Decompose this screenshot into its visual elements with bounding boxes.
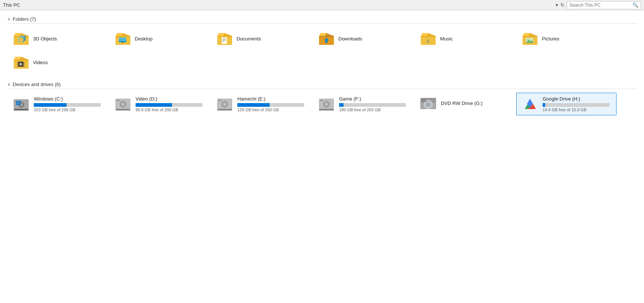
svg-rect-59: [14, 109, 29, 111]
title-bar-left: This PC: [3, 2, 20, 8]
drive-bar-fill-d: [136, 103, 172, 107]
folder-item-documents[interactable]: A Documents: [211, 27, 311, 50]
svg-rect-52: [23, 66, 25, 66]
refresh-icon[interactable]: ↻: [560, 2, 565, 8]
gdrive-icon-h: [521, 96, 539, 112]
folder-item-music[interactable]: ♪ Music: [414, 27, 515, 50]
folder-item-desktop[interactable]: Desktop: [109, 27, 209, 50]
svg-rect-51: [23, 65, 25, 66]
drive-free-c: 153 GB free of 299 GB: [34, 108, 103, 112]
videos-folder-icon: [12, 55, 30, 70]
dropdown-icon[interactable]: ▾: [556, 2, 558, 8]
svg-rect-84: [320, 100, 323, 101]
svg-rect-47: [17, 65, 18, 66]
folders-grid: 3D Objects Desktop: [7, 27, 637, 73]
drive-item-f[interactable]: Game (F:) 190 GB free of 203 GB: [313, 93, 413, 115]
folders-section-title: Folders (7): [13, 16, 36, 22]
drive-name-g: DVD RW Drive (G:): [441, 101, 510, 106]
main-content: ∨ Folders (7) 3D Objects: [0, 10, 644, 303]
drive-bar-fill-f: [339, 103, 344, 107]
svg-rect-50: [23, 63, 25, 64]
svg-text:♪: ♪: [426, 37, 430, 45]
drive-info-g: DVD RW Drive (G:): [441, 101, 510, 108]
folder-item-downloads[interactable]: Downloads: [313, 27, 413, 50]
drive-info-c: Windows (C:) 153 GB free of 299 GB: [34, 96, 103, 112]
svg-point-75: [224, 103, 226, 105]
drives-grid: Windows (C:) 153 GB free of 299 GB: [7, 93, 637, 115]
svg-rect-49: [23, 62, 25, 63]
svg-rect-63: [19, 103, 21, 105]
drive-info-d: Video (D:) 90.6 GB free of 200 GB: [136, 96, 205, 112]
drive-bar-bg-h: [543, 103, 609, 107]
drive-bar-fill-c: [34, 103, 66, 107]
folder-label-desktop: Desktop: [135, 36, 153, 42]
svg-rect-13: [121, 42, 124, 43]
drive-bar-bg-d: [136, 103, 202, 107]
svg-rect-43: [14, 60, 29, 60]
drives-section-header[interactable]: ∨ Devices and drives (6): [7, 79, 637, 89]
folder-item-videos[interactable]: Videos: [7, 51, 108, 73]
drive-item-c[interactable]: Windows (C:) 153 GB free of 299 GB: [7, 93, 108, 115]
hdd-icon-d: [114, 96, 132, 112]
drive-name-d: Video (D:): [136, 96, 205, 102]
svg-rect-77: [218, 100, 221, 101]
drive-info-h: Google Drive (H:) 14.4 GB free of 15.0 G…: [543, 96, 612, 112]
svg-rect-70: [117, 100, 120, 101]
svg-rect-76: [217, 109, 232, 111]
folder-label-3d-objects: 3D Objects: [33, 36, 57, 42]
svg-point-39: [530, 38, 532, 40]
drive-bar-bg-e: [237, 103, 304, 107]
documents-folder-icon: A: [216, 31, 234, 46]
hdd-icon-c: [12, 96, 30, 112]
drive-info-f: Game (F:) 190 GB free of 203 GB: [339, 96, 408, 112]
svg-rect-31: [421, 36, 436, 37]
drives-chevron: ∨: [7, 82, 10, 87]
svg-point-82: [326, 103, 328, 105]
svg-rect-62: [16, 103, 18, 105]
svg-rect-48: [17, 66, 18, 66]
drives-section-title: Devices and drives (6): [13, 82, 61, 87]
drive-name-f: Game (F:): [339, 96, 408, 102]
drive-free-d: 90.6 GB free of 200 GB: [136, 108, 205, 112]
music-folder-icon: ♪: [419, 31, 437, 46]
search-icon: 🔍: [632, 2, 638, 8]
drive-item-d[interactable]: Video (D:) 90.6 GB free of 200 GB: [109, 93, 209, 115]
folder-item-3d-objects[interactable]: 3D Objects: [7, 27, 108, 50]
folders-section-header[interactable]: ∨ Folders (7): [7, 14, 637, 24]
svg-point-91: [428, 104, 429, 105]
drive-free-e: 129 GB free of 250 GB: [237, 108, 306, 112]
folder-label-pictures: Pictures: [542, 36, 559, 42]
search-input[interactable]: [569, 3, 632, 8]
window-title: This PC: [3, 2, 20, 8]
folders-chevron: ∨: [7, 17, 10, 22]
drive-name-e: Hamechi (E:): [237, 96, 306, 102]
svg-rect-36: [523, 36, 537, 37]
pictures-folder-icon: [521, 31, 539, 46]
drive-info-e: Hamechi (E:) 129 GB free of 250 GB: [237, 96, 306, 112]
drive-bar-fill-e: [237, 103, 270, 107]
title-bar-right: ▾ ↻ 🔍: [556, 1, 641, 9]
drive-bar-bg-c: [34, 103, 101, 107]
drive-bar-fill-h: [543, 103, 545, 107]
drive-free-f: 190 GB free of 203 GB: [339, 108, 408, 112]
folder-label-downloads: Downloads: [338, 36, 362, 42]
hdd-icon-f: [318, 96, 335, 112]
downloads-folder-icon: [318, 31, 335, 46]
svg-rect-26: [319, 36, 334, 37]
svg-rect-12: [119, 41, 126, 42]
search-box[interactable]: 🔍: [567, 1, 641, 9]
hdd-icon-e: [216, 96, 234, 112]
drive-item-g[interactable]: DVD DVD RW Drive (G:): [414, 93, 515, 115]
drive-name-c: Windows (C:): [34, 96, 103, 102]
folder-label-videos: Videos: [33, 60, 48, 65]
dvd-icon-g: DVD: [419, 96, 437, 112]
svg-text:A: A: [224, 36, 225, 39]
drive-item-h[interactable]: Google Drive (H:) 14.4 GB free of 15.0 G…: [516, 93, 617, 115]
title-bar: This PC ▾ ↻ 🔍: [0, 0, 644, 10]
svg-rect-69: [116, 109, 130, 111]
svg-rect-46: [17, 63, 18, 64]
desktop-folder-icon: [114, 31, 132, 46]
drive-item-e[interactable]: Hamechi (E:) 129 GB free of 250 GB: [211, 93, 311, 115]
svg-rect-61: [19, 101, 21, 103]
folder-item-pictures[interactable]: Pictures: [516, 27, 617, 50]
